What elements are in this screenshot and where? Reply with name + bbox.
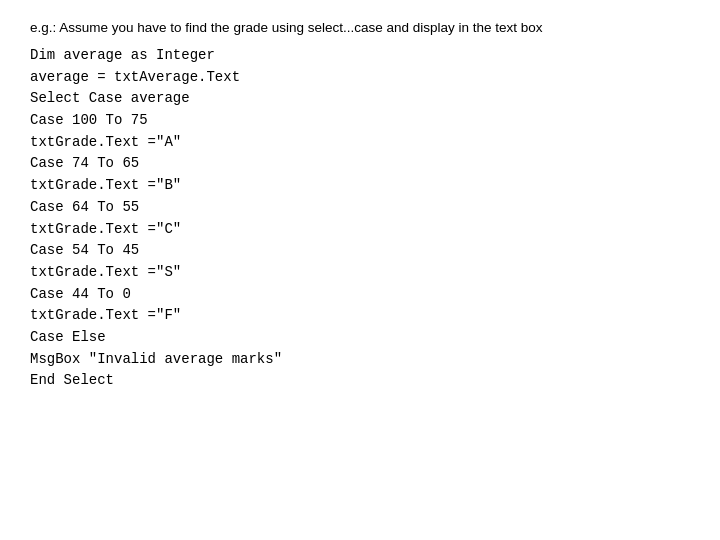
code-line: Select Case average bbox=[30, 88, 690, 110]
intro-text: e.g.: Assume you have to find the grade … bbox=[30, 20, 690, 35]
code-line: Case 64 To 55 bbox=[30, 197, 690, 219]
code-block: Dim average as Integeraverage = txtAvera… bbox=[30, 45, 690, 392]
code-line: Dim average as Integer bbox=[30, 45, 690, 67]
code-line: txtGrade.Text ="A" bbox=[30, 132, 690, 154]
code-line: txtGrade.Text ="F" bbox=[30, 305, 690, 327]
code-line: Case 44 To 0 bbox=[30, 284, 690, 306]
code-line: End Select bbox=[30, 370, 690, 392]
code-line: txtGrade.Text ="S" bbox=[30, 262, 690, 284]
code-line: Case 74 To 65 bbox=[30, 153, 690, 175]
page-content: e.g.: Assume you have to find the grade … bbox=[0, 0, 720, 412]
code-line: Case Else bbox=[30, 327, 690, 349]
code-line: txtGrade.Text ="C" bbox=[30, 219, 690, 241]
code-line: average = txtAverage.Text bbox=[30, 67, 690, 89]
code-line: Case 100 To 75 bbox=[30, 110, 690, 132]
code-line: MsgBox "Invalid average marks" bbox=[30, 349, 690, 371]
code-line: Case 54 To 45 bbox=[30, 240, 690, 262]
code-line: txtGrade.Text ="B" bbox=[30, 175, 690, 197]
